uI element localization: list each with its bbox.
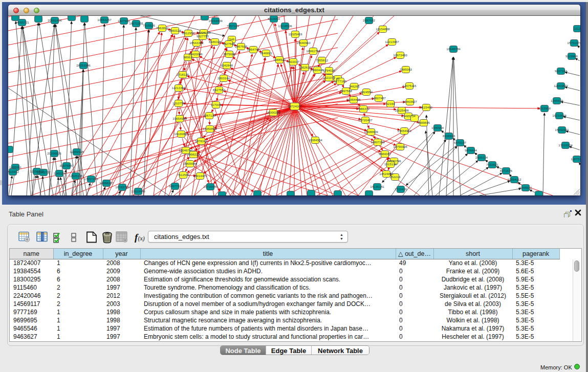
svg-text:8186328: 8186328 <box>209 40 222 43</box>
svg-text:12975115: 12975115 <box>402 84 417 87</box>
svg-text:12359928: 12359928 <box>70 150 84 154</box>
svg-text:16961758: 16961758 <box>306 49 320 53</box>
svg-text:3824554: 3824554 <box>360 90 373 94</box>
svg-text:10653267: 10653267 <box>97 18 112 21</box>
svg-text:10463627: 10463627 <box>403 100 417 103</box>
svg-text:9327750: 9327750 <box>197 34 209 38</box>
svg-text:16033809: 16033809 <box>208 19 223 23</box>
svg-text:9129966: 9129966 <box>565 54 578 58</box>
svg-text:1615132: 1615132 <box>384 162 397 166</box>
svg-text:15716485: 15716485 <box>203 185 217 188</box>
svg-text:3215958: 3215958 <box>538 106 551 110</box>
svg-text:1244415: 1244415 <box>551 99 563 102</box>
svg-text:18807249: 18807249 <box>371 140 385 144</box>
svg-text:1145114: 1145114 <box>53 171 66 175</box>
svg-text:19384554: 19384554 <box>308 138 322 142</box>
svg-text:30975887: 30975887 <box>59 164 74 167</box>
svg-text:8471676: 8471676 <box>500 169 513 172</box>
svg-text:16782759: 16782759 <box>115 185 129 189</box>
svg-text:16210643: 16210643 <box>552 114 567 117</box>
svg-text:15751074: 15751074 <box>567 41 580 45</box>
svg-text:18300295: 18300295 <box>266 111 280 114</box>
svg-text:2687682: 2687682 <box>363 18 376 22</box>
svg-text:13495754: 13495754 <box>401 114 416 118</box>
svg-text:53226058: 53226058 <box>197 31 211 34</box>
svg-text:1621072: 1621072 <box>323 76 336 79</box>
svg-text:15720407: 15720407 <box>358 118 373 122</box>
svg-text:1187533: 1187533 <box>571 157 580 161</box>
svg-text:20206526: 20206526 <box>47 151 61 155</box>
svg-text:252214: 252214 <box>390 175 401 179</box>
svg-text:3875685: 3875685 <box>223 52 236 56</box>
svg-text:20364436: 20364436 <box>346 98 361 101</box>
svg-text:18724007: 18724007 <box>288 104 302 108</box>
svg-text:6479197: 6479197 <box>454 141 467 144</box>
svg-text:15692971: 15692971 <box>555 128 569 132</box>
svg-text:9699695: 9699695 <box>418 121 430 124</box>
svg-text:10688609: 10688609 <box>364 130 378 134</box>
svg-text:2935134: 2935134 <box>475 156 488 159</box>
svg-text:12093872: 12093872 <box>554 84 568 87</box>
svg-text:6794028: 6794028 <box>323 69 336 72</box>
svg-text:24055721: 24055721 <box>15 20 29 24</box>
svg-text:2867608: 2867608 <box>235 45 248 48</box>
svg-text:9242848: 9242848 <box>221 63 233 67</box>
svg-text:7663822: 7663822 <box>156 26 169 30</box>
svg-text:117006: 117006 <box>211 103 222 106</box>
svg-text:3822037: 3822037 <box>287 60 300 63</box>
svg-text:11325419: 11325419 <box>288 32 302 36</box>
svg-text:14136141: 14136141 <box>370 185 384 188</box>
svg-text:10654112: 10654112 <box>507 178 521 181</box>
svg-text:746266: 746266 <box>349 84 360 88</box>
svg-text:546: 546 <box>229 37 235 41</box>
svg-text:7857224: 7857224 <box>227 24 239 28</box>
svg-text:10958157: 10958157 <box>99 181 114 185</box>
svg-text:16671355: 16671355 <box>129 21 143 25</box>
svg-text:7612540: 7612540 <box>177 173 190 177</box>
svg-text:19166825: 19166825 <box>174 132 188 136</box>
svg-text:3915412: 3915412 <box>8 170 19 173</box>
svg-text:8990448: 8990448 <box>311 68 324 72</box>
svg-text:5878342: 5878342 <box>195 139 208 143</box>
svg-text:16154838: 16154838 <box>376 27 390 31</box>
svg-text:7955812: 7955812 <box>316 58 329 62</box>
svg-text:9684067: 9684067 <box>379 152 391 156</box>
svg-text:12342737: 12342737 <box>36 170 51 174</box>
svg-text:1112: 1112 <box>574 27 580 30</box>
svg-text:9777169: 9777169 <box>334 79 347 83</box>
svg-text:12505135: 12505135 <box>69 174 83 178</box>
svg-text:19654985: 19654985 <box>172 117 187 120</box>
svg-text:8813054: 8813054 <box>268 17 280 20</box>
svg-text:3660124: 3660124 <box>169 29 182 32</box>
svg-text:17016504: 17016504 <box>558 143 573 147</box>
svg-text:2718126: 2718126 <box>177 73 189 76</box>
svg-text:16543392: 16543392 <box>189 41 204 45</box>
svg-text:1362615: 1362615 <box>299 65 312 69</box>
svg-text:12213967: 12213967 <box>385 40 399 43</box>
svg-text:15809948: 15809948 <box>183 162 197 165</box>
svg-text:1527602: 1527602 <box>118 19 130 23</box>
svg-text:1640954: 1640954 <box>431 126 444 129</box>
svg-text:15640910: 15640910 <box>296 41 311 45</box>
svg-text:9457791: 9457791 <box>169 184 182 188</box>
svg-text:13218506: 13218506 <box>278 24 292 28</box>
svg-text:8938918: 8938918 <box>443 134 455 138</box>
svg-text:9115460: 9115460 <box>420 105 432 109</box>
svg-text:16914479: 16914479 <box>193 174 207 178</box>
svg-text:1435061: 1435061 <box>9 165 22 169</box>
svg-text:98961: 98961 <box>183 55 192 59</box>
svg-text:10025438: 10025438 <box>395 108 409 112</box>
svg-text:9227343: 9227343 <box>555 69 568 73</box>
svg-text:12213369: 12213369 <box>171 86 186 90</box>
svg-text:7485063: 7485063 <box>400 68 412 71</box>
svg-text:28053346: 28053346 <box>76 63 91 67</box>
svg-text:12923448: 12923448 <box>131 189 145 193</box>
svg-text:9327508: 9327508 <box>223 42 235 46</box>
svg-text:10756928: 10756928 <box>393 145 407 148</box>
svg-text:9245612: 9245612 <box>519 186 532 189</box>
svg-text:9146821: 9146821 <box>260 51 273 55</box>
svg-text:10973493: 10973493 <box>393 53 407 57</box>
svg-text:8454749: 8454749 <box>247 48 260 51</box>
svg-text:7632621: 7632621 <box>486 163 499 166</box>
svg-text:13654923: 13654923 <box>397 129 411 133</box>
